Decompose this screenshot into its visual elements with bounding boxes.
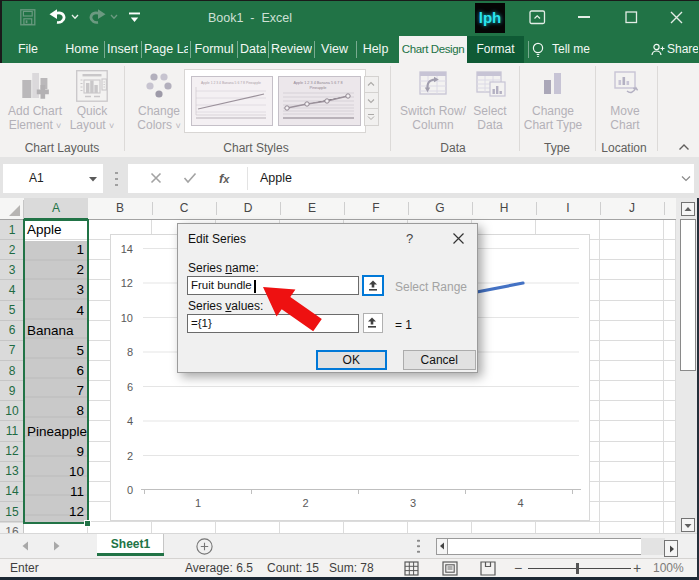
svg-text:Pineapple: Pineapple [310, 86, 327, 90]
svg-text:6: 6 [127, 380, 133, 392]
svg-text:2: 2 [302, 497, 308, 509]
svg-text:2: 2 [127, 449, 133, 461]
svg-text:10: 10 [121, 311, 133, 323]
svg-text:12: 12 [121, 277, 133, 289]
svg-text:Apple 1 2 3 4 Banana 5 6 7 8: Apple 1 2 3 4 Banana 5 6 7 8 [293, 81, 342, 85]
svg-text:1: 1 [195, 497, 201, 509]
svg-text:8: 8 [127, 346, 133, 358]
svg-text:3: 3 [410, 497, 416, 509]
svg-text:14: 14 [121, 242, 133, 254]
svg-text:Apple 1 2 3 4 Banana 5 6 7 8 P: Apple 1 2 3 4 Banana 5 6 7 8 Pineapple [201, 81, 261, 85]
svg-text:0: 0 [127, 484, 133, 496]
svg-text:4: 4 [127, 415, 133, 427]
svg-text:4: 4 [517, 497, 523, 509]
